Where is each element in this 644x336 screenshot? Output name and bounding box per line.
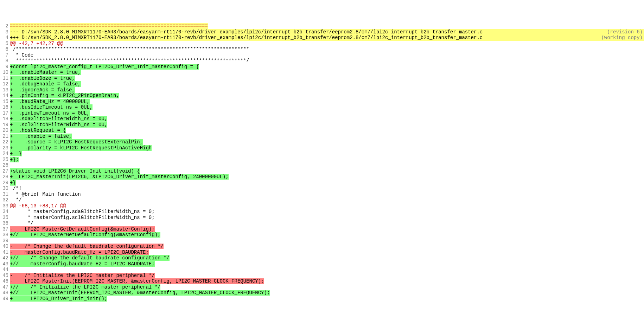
line-number: 30 (0, 186, 10, 192)
diff-line: 38+// LPI2C_MasterGetDefaultConfig(&mast… (0, 232, 644, 238)
diff-segment: +// LPI2C_MasterGetDefaultConfig(&master… (10, 232, 160, 238)
line-number: 35 (0, 215, 10, 221)
line-number: 3 (0, 29, 10, 35)
diff-line: 3--- D:/svn/SDK_2.8.0_MIMXRT1170-EAR3/bo… (0, 29, 644, 35)
line-number: 47 (0, 284, 10, 290)
diff-segment: (working copy) (601, 35, 644, 41)
diff-segment: + .source = kLPI2C_HostRequestExternalPi… (10, 139, 143, 145)
line-content: */ (10, 197, 644, 203)
diff-line: 36 */ (0, 220, 644, 226)
diff-line: 27+static void LPI2C6_Driver_Init_init(v… (0, 168, 644, 174)
diff-segment: + .sdaGlitchFilterWidth_ns = 0U, (10, 116, 107, 122)
line-content: + LPI2C6_Driver_Init_init(); (10, 296, 644, 302)
line-number: 42 (0, 255, 10, 261)
diff-line: 45- /* Initialize the LPI2C master perip… (0, 273, 644, 279)
diff-segment: +// masterConfig.baudRate_Hz = LPI2C_BAU… (10, 261, 155, 267)
diff-line: 26 (0, 162, 644, 168)
diff-line: 42+// /* Change the default baudrate con… (0, 255, 644, 261)
line-content: + .hostRequest = { (10, 128, 644, 134)
diff-segment: +// /* Initialize the LPI2C master perip… (10, 284, 160, 290)
line-number: 46 (0, 278, 10, 284)
diff-segment: (revision 6) (607, 29, 644, 35)
diff-segment (589, 35, 601, 41)
diff-line: 23+ .polarity = kLPI2C_HostRequestPinAct… (0, 145, 644, 151)
diff-segment: + .enableDoze = true, (10, 76, 75, 81)
line-content: * Code (10, 52, 644, 58)
diff-segment: * @brief Main function (10, 192, 81, 197)
line-number: 38 (0, 232, 10, 238)
line-content: +// masterConfig.baudRate_Hz = LPI2C_BAU… (10, 261, 644, 267)
line-content: + .sclGlitchFilterWidth_ns = 0U, (10, 122, 644, 128)
line-content: + .source = kLPI2C_HostRequestExternalPi… (10, 139, 644, 145)
line-number: 33 (0, 203, 10, 209)
line-content: + .busIdleTimeout_ns = 0UL, (10, 104, 644, 110)
diff-segment: +++ D:/svn/SDK_2.8.0_MIMXRT1170-EAR3/boa… (10, 35, 589, 41)
diff-line: 25+}; (0, 157, 644, 163)
diff-segment: ========================================… (10, 23, 208, 29)
diff-line: 21+ .enable = false, (0, 134, 644, 140)
line-content: - LPI2C_MasterInit(EEPROM_I2C_MASTER, &m… (10, 278, 644, 284)
line-number: 29 (0, 180, 10, 186)
line-number: 36 (0, 220, 10, 226)
line-number: 7 (0, 52, 10, 58)
line-content: +const lpi2c_master_config_t LPI2C6_Driv… (10, 64, 644, 70)
line-content: * @brief Main function (10, 192, 644, 198)
line-number: 6 (0, 46, 10, 52)
diff-line: 7 * Code (0, 52, 644, 58)
diff-line: 44 (0, 267, 644, 273)
line-number: 22 (0, 139, 10, 145)
diff-line: 31 * @brief Main function (0, 192, 644, 198)
diff-line: 33@@ -68,13 +88,17 @@ (0, 203, 644, 209)
diff-segment: + .ignoreAck = false, (10, 87, 75, 93)
diff-segment (10, 267, 13, 272)
diff-segment: +const lpi2c_master_config_t LPI2C6_Driv… (10, 64, 199, 70)
line-number: 48 (0, 290, 10, 296)
diff-segment: @@ -68,13 +88,17 @@ (10, 203, 66, 209)
line-number: 31 (0, 192, 10, 198)
line-content: + .polarity = kLPI2C_HostRequestPinActiv… (10, 145, 644, 151)
line-content: +++ D:/svn/SDK_2.8.0_MIMXRT1170-EAR3/boa… (10, 35, 644, 41)
diff-view: 2=======================================… (0, 23, 644, 302)
diff-segment: + .polarity = kLPI2C_HostRequestPinActiv… (10, 145, 152, 151)
diff-segment: + .busIdleTimeout_ns = 0UL, (10, 104, 93, 110)
diff-segment: @@ -42,7 +42,27 @@ (10, 41, 63, 46)
diff-line: 5@@ -42,7 +42,27 @@ (0, 41, 644, 47)
diff-line: 14+ .pinConfig = kLPI2C_2PinOpenDrain, (0, 93, 644, 99)
line-content (10, 267, 644, 273)
diff-line: 34 * masterConfig.sdaGlitchFilterWidth_n… (0, 209, 644, 215)
line-number: 28 (0, 174, 10, 180)
line-number: 25 (0, 157, 10, 163)
line-number: 5 (0, 41, 10, 47)
diff-segment: +static void LPI2C6_Driver_Init_init(voi… (10, 168, 140, 174)
line-content: + .ignoreAck = false, (10, 87, 644, 93)
line-content: + LPI2C_MasterInit(LPI2C6, &LPI2C6_Drive… (10, 174, 644, 180)
diff-segment: --- D:/svn/SDK_2.8.0_MIMXRT1170-EAR3/boa… (10, 29, 595, 35)
diff-segment: + .pinConfig = kLPI2C_2PinOpenDrain, (10, 93, 119, 98)
diff-line: 41- masterConfig.baudRate_Hz = LPI2C_BAU… (0, 250, 644, 256)
line-content: + .enable = false, (10, 134, 644, 140)
diff-line: 39 (0, 238, 644, 244)
line-number: 8 (0, 58, 10, 64)
diff-line: 19+ .sclGlitchFilterWidth_ns = 0U, (0, 122, 644, 128)
diff-line: 29+} (0, 180, 644, 186)
diff-line: 2=======================================… (0, 23, 644, 29)
diff-line: 32 */ (0, 197, 644, 203)
diff-line: 12+ .debugEnable = false, (0, 81, 644, 87)
diff-segment: */ (10, 197, 22, 203)
line-content: - /* Change the default baudrate configu… (10, 244, 644, 250)
line-number: 9 (0, 64, 10, 70)
line-number: 37 (0, 226, 10, 232)
line-content: * masterConfig.sdaGlitchFilterWidth_ns =… (10, 209, 644, 215)
diff-line: 6 /*************************************… (0, 46, 644, 52)
diff-line: 37- LPI2C_MasterGetDefaultConfig(&master… (0, 226, 644, 232)
line-number: 11 (0, 76, 10, 82)
diff-segment: + .debugEnable = false, (10, 81, 81, 87)
diff-segment: + .enable = false, (10, 134, 72, 139)
line-number: 49 (0, 296, 10, 302)
line-content: + .debugEnable = false, (10, 81, 644, 87)
line-content: --- D:/svn/SDK_2.8.0_MIMXRT1170-EAR3/boa… (10, 29, 644, 35)
diff-line: 47+// /* Initialize the LPI2C master per… (0, 284, 644, 290)
line-content: /*! (10, 186, 644, 192)
line-content: - LPI2C_MasterGetDefaultConfig(&masterCo… (10, 226, 644, 232)
diff-line: 11+ .enableDoze = true, (0, 76, 644, 82)
